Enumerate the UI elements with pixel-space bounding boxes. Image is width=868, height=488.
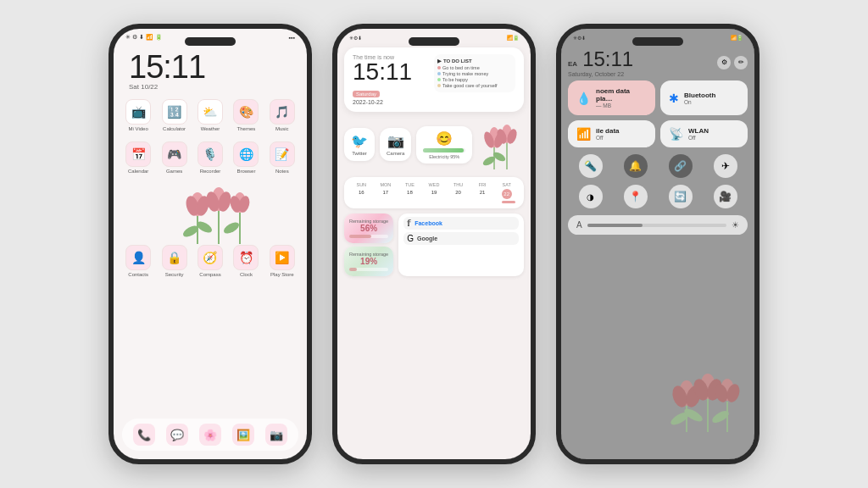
day-badge: Saturday — [353, 91, 380, 97]
app-weather[interactable]: ⛅Weather — [194, 99, 226, 131]
app-games[interactable]: 🎮Games — [158, 141, 190, 174]
cal-21: 21 — [470, 189, 495, 199]
app-playstore[interactable]: ▶️Play Store — [266, 245, 298, 277]
app-calendar[interactable]: 📅Calendar — [122, 141, 154, 174]
location-btn[interactable]: 📍 — [624, 185, 648, 208]
phone3-main: EA 15:11 Saturday, October 22 ⚙ ✏ 💧 noem… — [561, 44, 754, 243]
clock-icon[interactable]: ⏰ — [233, 245, 259, 270]
svg-point-5 — [222, 220, 241, 236]
tulip-svg-1 — [155, 180, 265, 247]
dock-phone[interactable]: 📞 — [133, 424, 155, 446]
cal-sun: SUN — [349, 182, 374, 187]
security-label: Security — [165, 272, 184, 277]
app-browser[interactable]: 🌐Browser — [230, 141, 262, 174]
dock-gallery[interactable]: 🌸 — [199, 424, 221, 446]
battery-label: Electricity 95% — [423, 154, 465, 159]
dock-messages[interactable]: 💬 — [166, 424, 188, 446]
torch-btn[interactable]: 🔦 — [579, 154, 603, 178]
cal-sat: SAT — [494, 182, 519, 187]
edit-icon-btn[interactable]: ✏ — [734, 56, 748, 69]
notes-icon[interactable]: 📝 — [270, 141, 295, 167]
google-row[interactable]: G Google — [403, 232, 519, 245]
app-themes[interactable]: 🎨Themes — [230, 99, 262, 131]
twitter-widget[interactable]: 🐦 Twitter — [344, 128, 375, 161]
storage-fill-2 — [349, 268, 357, 271]
mute-btn[interactable]: 🔔 — [624, 154, 648, 178]
themes-label: Themes — [237, 126, 256, 131]
weather-icon[interactable]: ⛅ — [198, 99, 223, 125]
status-bar-3: ✳⚙⬇ 📶🔋 — [561, 29, 754, 44]
control-tiles-grid: 💧 noem data pla… — MB ✱ Bluetooth On 📶 — [568, 80, 748, 147]
games-icon[interactable]: 🎮 — [162, 141, 187, 167]
clock-label: Clock — [240, 272, 253, 277]
app-recorder[interactable]: 🎙️Recorder — [194, 141, 226, 174]
mobile-data-tile[interactable]: 📶 ile data Off — [568, 120, 655, 147]
quick-row-2: ◑ 📍 🔄 🎥 — [568, 185, 748, 208]
airplane-btn[interactable]: ✈ — [714, 154, 737, 178]
bluetooth-tile[interactable]: ✱ Bluetooth On — [660, 80, 748, 115]
camera-label: Camera — [387, 151, 404, 156]
app-mivideo[interactable]: 📺Mi Video — [122, 99, 154, 131]
p3-clock: 15:11 — [582, 47, 633, 71]
contacts-icon[interactable]: 👤 — [125, 245, 151, 270]
playstore-icon[interactable]: ▶️ — [270, 245, 295, 270]
dock-camera[interactable]: 📷 — [265, 424, 287, 446]
calendar-icon[interactable]: 📅 — [125, 141, 151, 167]
cast-btn[interactable]: 🔗 — [669, 154, 693, 178]
brightness-fill — [587, 224, 643, 227]
storage-fill-1 — [349, 235, 371, 238]
bluetooth-title: Bluetooth — [684, 92, 715, 99]
user-label: EA — [568, 60, 577, 68]
storage-col: Remaining storage 56% Remaining storage … — [344, 214, 393, 276]
calculator-icon[interactable]: 🔢 — [162, 99, 187, 125]
calendar-label: Calendar — [128, 169, 148, 174]
dock-photos[interactable]: 🖼️ — [232, 424, 254, 446]
wlan-tile[interactable]: 📡 WLAN Off — [660, 120, 748, 147]
cal-22-active: 22 — [502, 189, 512, 199]
recorder-icon[interactable]: 🎙️ — [198, 141, 223, 167]
music-icon[interactable]: 🎵 — [270, 99, 295, 125]
notes-label: Notes — [275, 169, 289, 174]
mobile-data-text: ile data Off — [596, 127, 620, 141]
calendar-row: 16 17 18 19 20 21 22 — [349, 189, 519, 199]
app-calculator[interactable]: 🔢Calculator — [158, 99, 190, 131]
widget-clock: 15:11 — [353, 60, 427, 84]
storage-pct-1: 56% — [349, 224, 388, 233]
app-contacts[interactable]: 👤Contacts — [122, 245, 154, 277]
bottom-dock-1: 📞 💬 🌸 🖼️ 📷 — [122, 419, 298, 451]
facebook-row[interactable]: 𝕗 Facebook — [403, 217, 519, 230]
mivideo-icon[interactable]: 📺 — [125, 99, 151, 125]
brightness-auto-btn[interactable]: ◑ — [579, 185, 603, 208]
camera-widget[interactable]: 📷 Camera — [380, 128, 411, 161]
compass-icon[interactable]: 🧭 — [198, 245, 223, 270]
app-security[interactable]: 🔒Security — [158, 245, 190, 277]
settings-icon-btn[interactable]: ⚙ — [717, 56, 731, 69]
todo-title: ▶TO DO LIST — [437, 58, 512, 64]
app-clock[interactable]: ⏰Clock — [230, 245, 262, 277]
clock-display-1: 15:11 — [129, 51, 292, 83]
cal-dot-bar — [502, 201, 515, 203]
cal-thu: THU — [446, 182, 470, 187]
data-plan-tile[interactable]: 💧 noem data pla… — MB — [568, 80, 655, 115]
todo-item-3: To be happy — [437, 77, 512, 82]
mivideo-label: Mi Video — [129, 126, 148, 131]
recorder-label: Recorder — [200, 169, 221, 174]
security-icon[interactable]: 🔒 — [162, 245, 187, 270]
wlan-icon: 📡 — [669, 127, 683, 141]
app-compass[interactable]: 🧭Compass — [194, 245, 226, 277]
quick-row-1: 🔦 🔔 🔗 ✈ — [568, 154, 748, 178]
playstore-label: Play Store — [270, 272, 294, 277]
todo-dot-3 — [437, 78, 441, 81]
cal-indicator — [349, 201, 519, 203]
browser-icon[interactable]: 🌐 — [233, 141, 259, 167]
app-notes[interactable]: 📝Notes — [266, 141, 298, 174]
cal-17: 17 — [374, 189, 398, 199]
brightness-track[interactable] — [587, 224, 726, 227]
rotate-btn[interactable]: 🔄 — [669, 185, 693, 208]
cal-wed: WED — [422, 182, 447, 187]
tulip-svg-3 — [661, 358, 746, 434]
todo-dot-4 — [437, 84, 441, 87]
app-music[interactable]: 🎵Music — [266, 99, 298, 131]
video-btn[interactable]: 🎥 — [714, 185, 737, 208]
themes-icon[interactable]: 🎨 — [233, 99, 259, 125]
